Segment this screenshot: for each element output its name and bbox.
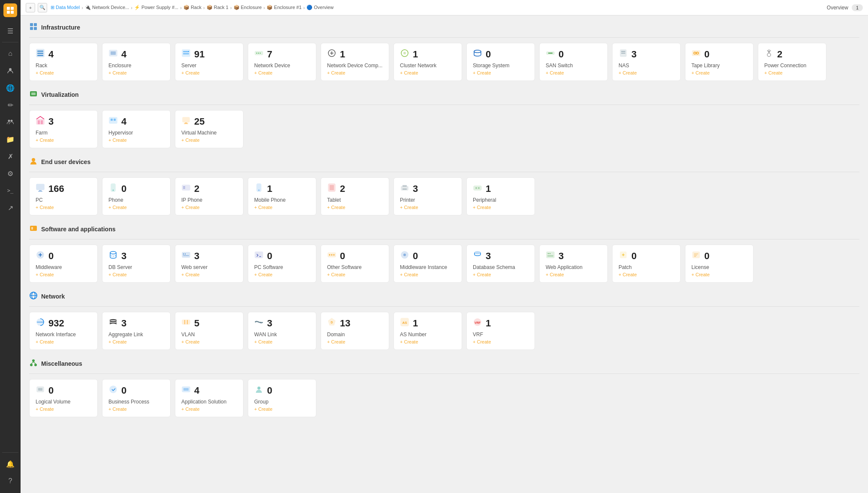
card-create-wan-link[interactable]: Create [254,339,310,344]
card-create-pc[interactable]: Create [36,205,91,210]
card-create-domain[interactable]: Create [327,339,383,344]
card-create-as-number[interactable]: Create [400,339,456,344]
card-application-solution[interactable]: 4Application SolutionCreate [175,379,243,417]
card-create-logical-volume[interactable]: Create [36,406,91,412]
card-rack[interactable]: 4RackCreate [29,43,98,81]
card-database-schema[interactable]: 3Database SchemaCreate [466,245,535,283]
card-server[interactable]: 91ServerCreate [175,43,243,81]
card-as-number[interactable]: AS1AS NumberCreate [393,312,462,350]
card-create-vrf[interactable]: Create [473,339,529,344]
card-mobile-phone[interactable]: 1Mobile PhoneCreate [248,177,316,215]
card-nas[interactable]: 3NASCreate [612,43,681,81]
card-web-application[interactable]: 3Web ApplicationCreate [539,245,608,283]
breadcrumb-enclosure[interactable]: 📦 Enclosure [234,5,262,10]
card-vlan[interactable]: 5VLANCreate [175,312,243,350]
card-virtual-machine[interactable]: 25Virtual MachineCreate [175,110,243,148]
card-create-network-device-comp---[interactable]: Create [327,70,383,75]
app-logo[interactable] [3,3,17,17]
card-db-server[interactable]: 3DB ServerCreate [102,245,171,283]
card-create-patch[interactable]: Create [619,272,674,277]
sidebar-group-icon[interactable] [3,114,18,130]
card-pc[interactable]: 166PCCreate [29,177,98,215]
card-network-device[interactable]: 7Network DeviceCreate [248,43,316,81]
card-storage-system[interactable]: 0Storage SystemCreate [466,43,535,81]
sidebar-notifications-icon[interactable]: 🔔 [3,456,18,472]
card-create-enclosure[interactable]: Create [108,70,164,75]
card-create-tape-library[interactable]: Create [691,70,747,75]
sidebar-terminal-icon[interactable]: >_ [3,183,18,198]
card-tape-library[interactable]: 0Tape LibraryCreate [685,43,754,81]
breadcrumb-enclosure1[interactable]: 📦 Enclosure #1 [267,5,301,10]
card-aggregate-link[interactable]: 3Aggregate LinkCreate [102,312,171,350]
sidebar-edit-icon[interactable]: ✏ [3,97,18,113]
card-create-peripheral[interactable]: Create [473,205,529,210]
breadcrumb-data-model[interactable]: ⊞ Data Model [51,5,80,10]
card-farm[interactable]: 3FarmCreate [29,110,98,148]
card-create-business-process[interactable]: Create [108,406,164,412]
sidebar-user-icon[interactable] [3,63,18,78]
card-vrf[interactable]: VRF1VRFCreate [466,312,535,350]
card-printer[interactable]: 3PrinterCreate [393,177,462,215]
breadcrumb-power-supply[interactable]: ⚡ Power Supply #... [134,5,178,10]
breadcrumb-network-device[interactable]: 🔌 Network Device... [85,5,129,10]
card-create-application-solution[interactable]: Create [181,406,237,412]
card-create-aggregate-link[interactable]: Create [108,339,164,344]
sidebar-share-icon[interactable]: ↗ [3,200,18,215]
card-network-device-comp---[interactable]: 1Network Device Comp...Create [321,43,389,81]
card-peripheral[interactable]: 1PeripheralCreate [466,177,535,215]
card-create-vlan[interactable]: Create [181,339,237,344]
sidebar-settings-icon[interactable]: ⚙ [3,166,18,181]
card-power-connection[interactable]: 2Power ConnectionCreate [758,43,826,81]
card-create-middleware-instance[interactable]: Create [400,272,456,277]
card-create-other-software[interactable]: Create [327,272,383,277]
card-pc-software[interactable]: 0PC SoftwareCreate [248,245,316,283]
card-hypervisor[interactable]: 4HypervisorCreate [102,110,171,148]
card-group[interactable]: 0GroupCreate [248,379,316,417]
sidebar-network-icon[interactable]: 🌐 [3,80,18,96]
card-create-database-schema[interactable]: Create [473,272,529,277]
add-button[interactable]: + [26,3,35,12]
card-create-pc-software[interactable]: Create [254,272,310,277]
card-other-software[interactable]: 0Other SoftwareCreate [321,245,389,283]
card-create-san-switch[interactable]: Create [546,70,601,75]
card-enclosure[interactable]: 4EnclosureCreate [102,43,171,81]
card-phone[interactable]: 0PhoneCreate [102,177,171,215]
card-create-db-server[interactable]: Create [108,272,164,277]
sidebar-tools-icon[interactable]: ✗ [3,149,18,164]
card-create-hypervisor[interactable]: Create [108,137,164,143]
sidebar-files-icon[interactable]: 📁 [3,131,18,147]
card-create-farm[interactable]: Create [36,137,91,143]
card-create-phone[interactable]: Create [108,205,164,210]
card-create-power-connection[interactable]: Create [764,70,820,75]
card-create-storage-system[interactable]: Create [473,70,529,75]
sidebar-help-icon[interactable]: ? [3,473,18,489]
card-create-web-server[interactable]: Create [181,272,237,277]
card-create-group[interactable]: Create [254,406,310,412]
card-license[interactable]: 0LicenseCreate [685,245,754,283]
breadcrumb-rack[interactable]: 📦 Rack [183,5,201,10]
card-network-interface[interactable]: 932Network InterfaceCreate [29,312,98,350]
card-middleware[interactable]: 0MiddlewareCreate [29,245,98,283]
card-web-server[interactable]: 3Web serverCreate [175,245,243,283]
card-create-rack[interactable]: Create [36,70,91,75]
card-ip-phone[interactable]: 2IP PhoneCreate [175,177,243,215]
card-create-printer[interactable]: Create [400,205,456,210]
sidebar-menu-icon[interactable]: ☰ [3,23,18,39]
card-create-network-interface[interactable]: Create [36,339,91,344]
card-domain[interactable]: D13DomainCreate [321,312,389,350]
card-tablet[interactable]: 2TabletCreate [321,177,389,215]
card-logical-volume[interactable]: 0Logical VolumeCreate [29,379,98,417]
card-create-tablet[interactable]: Create [327,205,383,210]
card-create-network-device[interactable]: Create [254,70,310,75]
card-create-web-application[interactable]: Create [546,272,601,277]
card-create-virtual-machine[interactable]: Create [181,137,237,143]
card-create-ip-phone[interactable]: Create [181,205,237,210]
breadcrumb-rack1[interactable]: 📦 Rack 1 [207,5,228,10]
card-wan-link[interactable]: 3WAN LinkCreate [248,312,316,350]
card-middleware-instance[interactable]: 0Middleware InstanceCreate [393,245,462,283]
card-create-nas[interactable]: Create [619,70,674,75]
card-cluster-network[interactable]: 1Cluster NetworkCreate [393,43,462,81]
card-create-middleware[interactable]: Create [36,272,91,277]
card-san-switch[interactable]: 0SAN SwitchCreate [539,43,608,81]
card-create-server[interactable]: Create [181,70,237,75]
